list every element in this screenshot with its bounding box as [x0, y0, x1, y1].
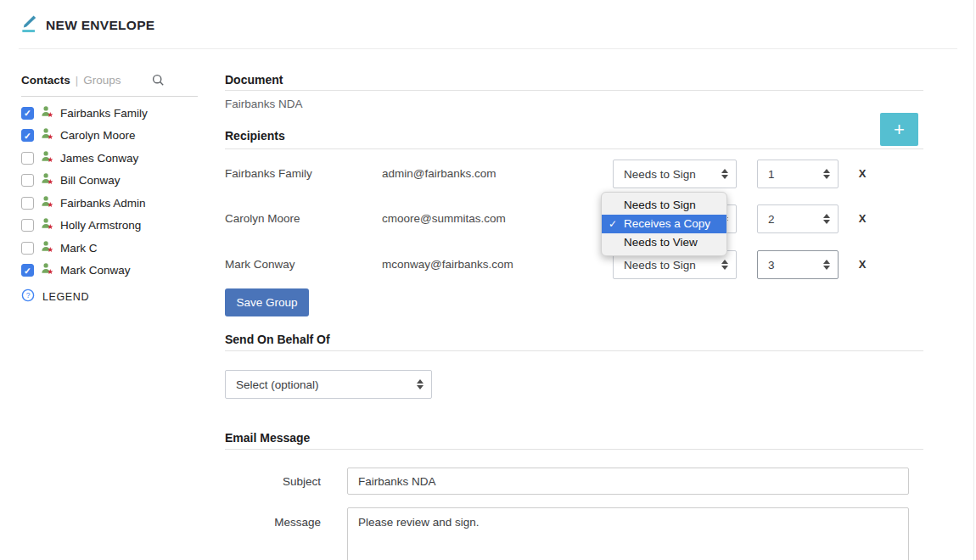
order-select[interactable]: 2: [757, 204, 839, 233]
legend-label: LEGEND: [42, 291, 89, 303]
subject-label: Subject: [225, 475, 321, 488]
page-title: NEW ENVELOPE: [46, 18, 154, 33]
remove-recipient-button[interactable]: X: [855, 167, 870, 180]
contact-list-item[interactable]: Bill Conway: [21, 170, 198, 193]
contact-name: Fairbanks Family: [60, 107, 148, 120]
dropdown-option[interactable]: Needs to Sign: [602, 196, 726, 215]
question-icon: ?: [21, 288, 35, 305]
person-icon: [41, 217, 53, 233]
person-icon: [41, 240, 53, 256]
contact-list-item[interactable]: Holly Armstrong: [21, 215, 198, 238]
contact-list-item[interactable]: Mark C: [21, 237, 198, 260]
subject-input[interactable]: [347, 468, 909, 495]
order-select[interactable]: 3: [757, 250, 839, 279]
plus-icon: +: [894, 119, 905, 141]
contact-list-item[interactable]: Fairbanks Family: [21, 102, 198, 125]
save-group-button[interactable]: Save Group: [225, 288, 309, 316]
person-icon: [41, 195, 53, 211]
contact-name: Mark C: [60, 242, 98, 255]
send-on-behalf-heading: Send On Behalf Of: [225, 333, 330, 346]
contact-checkbox[interactable]: [21, 174, 34, 187]
legend-link[interactable]: ? LEGEND: [21, 288, 89, 305]
contact-list: Fairbanks Family Carolyn Moore James Con…: [21, 102, 198, 282]
dropdown-option-selected[interactable]: ✓ Receives a Copy: [602, 215, 726, 233]
role-select[interactable]: Needs to Sign: [613, 160, 737, 188]
message-textarea[interactable]: Please review and sign.: [347, 507, 909, 560]
contact-checkbox[interactable]: [21, 129, 34, 142]
contact-checkbox[interactable]: [21, 107, 34, 120]
recipient-email: mconway@fairbanks.com: [382, 258, 513, 271]
contact-checkbox[interactable]: [21, 242, 34, 255]
pencil-icon: [19, 14, 41, 39]
recipient-name: Carolyn Moore: [225, 212, 300, 225]
person-icon: [41, 262, 53, 278]
contact-checkbox[interactable]: [21, 219, 34, 232]
add-recipient-button[interactable]: +: [880, 113, 918, 146]
person-icon: [41, 172, 53, 188]
header-divider: [19, 48, 957, 49]
contact-checkbox[interactable]: [21, 152, 34, 165]
stepper-icon: [721, 169, 728, 180]
contact-name: Carolyn Moore: [60, 129, 136, 142]
order-select-value: 1: [768, 168, 775, 181]
contact-list-item[interactable]: Carolyn Moore: [21, 125, 198, 148]
recipient-name: Fairbanks Family: [225, 167, 312, 180]
send-on-behalf-divider: [225, 350, 923, 351]
contact-list-item[interactable]: Fairbanks Admin: [21, 192, 198, 215]
contact-name: Mark Conway: [60, 264, 131, 277]
tab-groups[interactable]: Groups: [83, 74, 121, 87]
contact-list-item[interactable]: James Conway: [21, 147, 198, 170]
recipients-heading: Recipients: [225, 129, 285, 143]
order-select-value: 2: [768, 213, 775, 226]
document-name: Fairbanks NDA: [225, 98, 303, 110]
svg-text:?: ?: [26, 291, 31, 300]
recipient-email: admin@fairbanks.com: [382, 167, 496, 180]
stepper-icon: [823, 169, 830, 180]
dropdown-option-label: Receives a Copy: [624, 217, 710, 230]
remove-recipient-button[interactable]: X: [855, 258, 870, 271]
remove-recipient-button[interactable]: X: [855, 212, 870, 225]
sidebar-tabs: Contacts | Groups: [21, 73, 198, 97]
checkmark-icon: ✓: [609, 215, 617, 233]
recipient-email: cmoore@summitas.com: [382, 212, 506, 225]
person-icon: [41, 127, 53, 143]
role-select-value: Needs to Sign: [624, 259, 696, 272]
email-message-divider: [225, 449, 923, 450]
contact-list-item[interactable]: Mark Conway: [21, 260, 198, 283]
role-dropdown-menu: Needs to Sign ✓ Receives a Copy Needs to…: [601, 192, 727, 256]
document-divider: [225, 90, 923, 91]
send-on-behalf-select-value: Select (optional): [236, 378, 319, 391]
stepper-icon: [417, 379, 423, 390]
stepper-icon: [823, 260, 830, 271]
document-heading: Document: [225, 73, 283, 87]
new-envelope-page: NEW ENVELOPE Contacts | Groups Fairbanks…: [0, 0, 976, 560]
person-icon: [41, 150, 53, 166]
order-select-value: 3: [768, 259, 775, 272]
recipient-name: Mark Conway: [225, 258, 295, 271]
contact-name: James Conway: [60, 152, 138, 165]
order-select[interactable]: 1: [757, 160, 839, 188]
contact-checkbox[interactable]: [21, 197, 34, 210]
send-on-behalf-select[interactable]: Select (optional): [225, 370, 432, 399]
stepper-icon: [721, 260, 728, 271]
dropdown-option[interactable]: Needs to View: [602, 233, 726, 252]
search-icon[interactable]: [151, 73, 165, 87]
person-icon: [41, 105, 53, 121]
stepper-icon: [823, 214, 830, 225]
message-label: Message: [225, 516, 321, 529]
contact-checkbox[interactable]: [21, 264, 34, 277]
contact-name: Holly Armstrong: [60, 219, 141, 232]
email-message-heading: Email Message: [225, 431, 310, 445]
contact-name: Fairbanks Admin: [60, 197, 146, 210]
tab-contacts[interactable]: Contacts: [21, 74, 70, 87]
tab-separator: |: [76, 74, 78, 87]
window-right-edge: [973, 0, 974, 560]
role-select-value: Needs to Sign: [624, 168, 696, 181]
contact-name: Bill Conway: [60, 174, 121, 187]
recipients-divider: [225, 148, 923, 149]
